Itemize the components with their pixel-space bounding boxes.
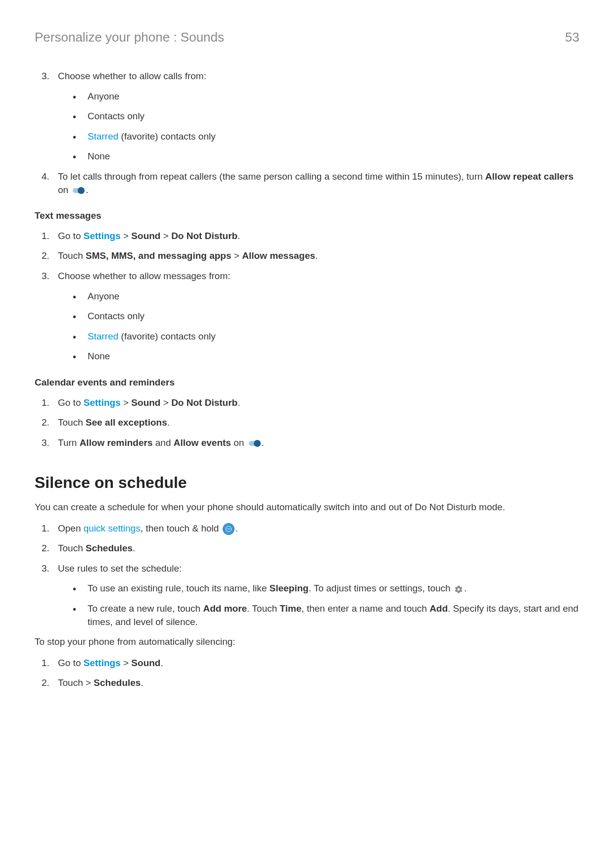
text-bold: Time (280, 603, 301, 614)
text-bold: Add more (203, 603, 247, 614)
list-item: Starred (favorite) contacts only (73, 330, 579, 343)
list-item: Anyone (73, 90, 579, 103)
text: > (121, 397, 132, 408)
list-item: Go to Settings > Sound. (52, 657, 579, 670)
text: . (141, 677, 143, 688)
text: . (237, 231, 240, 241)
list-item: Anyone (73, 290, 579, 303)
text-bold: Schedules (86, 543, 133, 553)
link-quick-settings[interactable]: quick settings (84, 523, 141, 533)
text-bold: Add (429, 603, 448, 614)
text: , then enter a name and touch (301, 603, 429, 614)
list-item: Go to Settings > Sound > Do Not Disturb. (52, 396, 579, 410)
text-bold: Allow repeat callers (485, 171, 573, 182)
text: > (160, 231, 171, 241)
text: . (236, 523, 238, 533)
text: To create a new rule, touch (88, 603, 203, 614)
heading-text-messages: Text messages (35, 209, 579, 223)
text: Go to (58, 397, 84, 408)
text: To let calls through from repeat callers… (58, 171, 485, 182)
text: . (464, 583, 467, 593)
text-bold: SMS, MMS, and messaging apps (86, 250, 232, 261)
text: Go to (58, 658, 84, 668)
paragraph: You can create a schedule for when your … (35, 501, 579, 514)
text-bold: Schedules (94, 677, 141, 688)
page-number: 53 (565, 30, 579, 45)
list-item: Go to Settings > Sound > Do Not Disturb. (52, 230, 579, 243)
text: Open (58, 523, 84, 533)
breadcrumb: Personalize your phone : Sounds (35, 30, 224, 45)
text: > (121, 231, 132, 241)
text: > (160, 397, 171, 408)
text: and (152, 437, 173, 448)
toggle-on-icon (72, 187, 85, 194)
paragraph: To stop your phone from automatically si… (35, 635, 579, 649)
text: . (167, 417, 170, 428)
text: . (133, 543, 135, 553)
list-item: Starred (favorite) contacts only (73, 130, 579, 144)
text: Choose whether to allow messages from: (58, 271, 231, 281)
text: on (231, 437, 247, 448)
list-item: To create a new rule, touch Add more. To… (73, 602, 579, 628)
link-settings[interactable]: Settings (84, 231, 121, 241)
text-bold: Allow reminders (80, 437, 153, 448)
list-item: Touch Schedules. (52, 542, 579, 555)
list-item: To use an existing rule, touch its name,… (73, 582, 579, 595)
list-item: Use rules to set the schedule: To use an… (52, 562, 579, 628)
link-settings[interactable]: Settings (84, 658, 121, 668)
text: Touch (58, 250, 86, 261)
text: . Touch (247, 603, 280, 614)
link-starred[interactable]: Starred (88, 331, 118, 341)
text: on (58, 185, 71, 195)
text: Touch > (58, 677, 94, 688)
text: . (160, 658, 163, 668)
text-bold: Sound (131, 231, 160, 241)
text: . (262, 437, 264, 448)
text-bold: Sound (131, 397, 160, 408)
text: > (232, 250, 242, 261)
list-item: None (73, 150, 579, 163)
text: Go to (58, 231, 84, 241)
list-item: Turn Allow reminders and Allow events on… (52, 436, 579, 450)
list-item: Choose whether to allow calls from: Anyo… (52, 70, 579, 163)
heading-silence-on-schedule: Silence on schedule (35, 472, 579, 494)
toggle-on-icon (248, 439, 261, 447)
text: To use an existing rule, touch its name,… (88, 583, 270, 593)
list-item: Open quick settings, then touch & hold . (52, 522, 579, 535)
text-bold: Do Not Disturb (171, 231, 237, 241)
text: Choose whether to allow calls from: (58, 71, 206, 81)
text: (favorite) contacts only (118, 331, 215, 341)
text: Use rules to set the schedule: (58, 563, 182, 574)
list-item: Touch > Schedules. (52, 676, 579, 690)
link-settings[interactable]: Settings (84, 397, 121, 408)
list-item: None (73, 350, 579, 363)
text: (favorite) contacts only (118, 131, 215, 142)
text: > (121, 658, 132, 668)
text: Touch (58, 543, 86, 553)
link-starred[interactable]: Starred (88, 131, 118, 142)
text-bold: Allow events (174, 437, 231, 448)
text-bold: Allow messages (242, 250, 315, 261)
dnd-icon (223, 523, 235, 535)
list-item: Touch See all exceptions. (52, 416, 579, 430)
text: . To adjust times or settings, touch (309, 583, 453, 593)
heading-calendar: Calendar events and reminders (35, 376, 579, 389)
text-bold: See all exceptions (86, 417, 167, 428)
text-bold: Do Not Disturb (171, 397, 237, 408)
list-item: To let calls through from repeat callers… (52, 170, 579, 196)
gear-icon (454, 584, 463, 593)
text-bold: Sound (131, 658, 160, 668)
text: . (237, 397, 240, 408)
text: Turn (58, 437, 80, 448)
list-item: Choose whether to allow messages from: A… (52, 270, 579, 363)
text: Touch (58, 417, 86, 428)
list-item: Touch SMS, MMS, and messaging apps > All… (52, 249, 579, 263)
text-bold: Sleeping (270, 583, 309, 593)
list-item: Contacts only (73, 310, 579, 323)
text: . (315, 250, 318, 261)
text: . (86, 185, 88, 195)
list-item: Contacts only (73, 110, 579, 123)
text: , then touch & hold (141, 523, 222, 533)
